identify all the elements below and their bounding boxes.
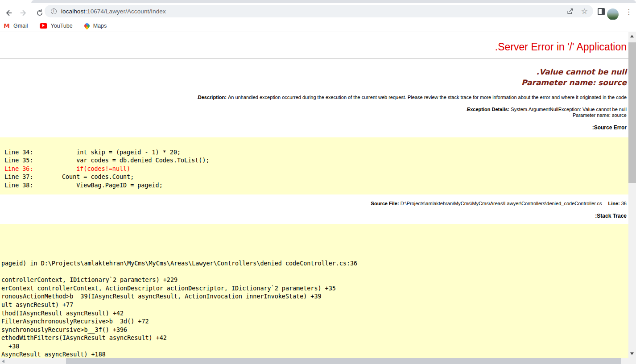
vertical-scrollbar[interactable]	[628, 32, 636, 358]
side-panel-button[interactable]	[598, 8, 605, 15]
stack-line: +38	[1, 343, 628, 351]
description-text: An unhandled exception occurred during t…	[197, 95, 627, 100]
side-panel-icon	[602, 9, 604, 14]
code-line	[4, 140, 628, 149]
url-host: localhost	[61, 8, 85, 15]
stack-line: ult asyncResult) +77	[1, 301, 628, 310]
back-button[interactable]	[4, 8, 13, 18]
line-number: 36	[621, 201, 627, 206]
scrollbar-corner	[628, 358, 636, 364]
stack-line	[1, 235, 628, 243]
forward-button[interactable]	[19, 8, 29, 18]
stack-line	[1, 268, 628, 277]
error-page: Server Error in '/' Application. Value c…	[0, 32, 628, 358]
tab-strip[interactable]	[31, 0, 636, 3]
browser-window: i localhost:10674/Lawyer/Account/Index ☆…	[0, 0, 636, 364]
bookmark-star-icon[interactable]: ☆	[581, 8, 588, 15]
code-line: Line 38: ViewBag.PageID = pageid;	[4, 182, 628, 190]
source-error-code-block: Line 34: int skip = (pageid - 1) * 20; L…	[0, 137, 628, 194]
source-error-heading: Source Error:	[0, 124, 628, 131]
bookmark-maps[interactable]: Maps	[84, 23, 107, 29]
reload-button[interactable]	[35, 8, 45, 18]
stack-line: thod(IAsyncResult asyncResult) +42	[1, 310, 628, 318]
share-icon	[566, 8, 574, 15]
reload-icon	[36, 9, 44, 17]
error-page-title: Server Error in '/' Application.	[0, 41, 628, 53]
maps-pin-icon	[83, 22, 91, 29]
scroll-down-arrow-icon[interactable]	[630, 352, 634, 355]
bookmark-label: YouTube	[51, 23, 73, 29]
stack-line	[1, 227, 628, 235]
address-bar[interactable]: i localhost:10674/Lawyer/Account/Index ☆	[45, 5, 593, 17]
horizontal-scrollbar-thumb[interactable]	[66, 358, 621, 364]
error-message-line1: Value cannot be null.	[0, 66, 627, 77]
line-label: Line:	[608, 201, 621, 206]
stack-line: ethodWithFilters(IAsyncResult asyncResul…	[1, 334, 628, 343]
description-label: Description:	[198, 95, 228, 100]
exception-details-line1: Exception Details: System.ArgumentNullEx…	[0, 107, 627, 112]
url-text[interactable]: localhost:10674/Lawyer/Account/Index	[61, 8, 166, 15]
share-button[interactable]	[566, 8, 574, 15]
error-message: Value cannot be null. Parameter name: so…	[0, 66, 628, 88]
source-file-path: D:\Projects\amlaktehran\MyCms\MyCms\Area…	[401, 201, 602, 206]
stack-line: synchronouslyRecursive>b__3f() +396	[1, 326, 628, 335]
stack-line	[1, 251, 628, 260]
source-file-label: Source File:	[371, 201, 401, 206]
bookmarks-bar: M Gmail YouTube Maps	[0, 20, 636, 32]
source-file-line: Source File: D:\Projects\amlaktehran\MyC…	[0, 201, 628, 207]
vertical-scrollbar-thumb[interactable]	[628, 42, 636, 183]
site-info-icon[interactable]: i	[51, 8, 57, 14]
exception-details-line2: Parameter name: source	[0, 112, 627, 118]
youtube-icon	[40, 23, 47, 29]
stack-trace-heading: Stack Trace:	[0, 213, 628, 219]
bookmark-youtube[interactable]: YouTube	[40, 23, 73, 29]
url-path: :10674/Lawyer/Account/Index	[85, 8, 166, 15]
stack-line	[1, 243, 628, 252]
stack-line: pageid) in D:\Projects\amlaktehran\MyCms…	[1, 260, 628, 268]
scroll-left-arrow-icon[interactable]	[2, 360, 4, 363]
stack-line: AsyncResult asyncResult) +188	[1, 351, 628, 358]
stack-line: controllerContext, IDictionary`2 paramet…	[1, 276, 628, 285]
exception-details-label: Exception Details:	[467, 107, 511, 112]
stack-trace-block: pageid) in D:\Projects\amlaktehran\MyCms…	[0, 224, 628, 358]
code-line-highlighted: Line 36: if(codes!=null)	[4, 165, 628, 174]
browser-toolbar: i localhost:10674/Lawyer/Account/Index ☆…	[0, 3, 636, 20]
description-paragraph: Description: An unhandled exception occu…	[0, 95, 628, 100]
stack-line: erContext controllerContext, ActionDescr…	[1, 285, 628, 293]
stack-line: ronousActionMethod>b__39(IAsyncResult as…	[1, 293, 628, 301]
divider	[0, 58, 628, 59]
horizontal-scrollbar[interactable]	[0, 358, 628, 364]
browser-menu-button[interactable]: ⋮	[625, 8, 632, 16]
bookmark-gmail[interactable]: M Gmail	[4, 23, 28, 29]
code-line: Line 37: Count = codes.Count;	[4, 173, 628, 182]
stack-line: FilterAsynchronouslyRecursive>b__3d() +7…	[1, 318, 628, 326]
forward-arrow-icon	[20, 9, 28, 17]
back-arrow-icon	[4, 9, 12, 17]
bookmark-label: Maps	[93, 23, 107, 29]
scroll-up-arrow-icon[interactable]	[630, 35, 634, 37]
exception-details-paragraph: Exception Details: System.ArgumentNullEx…	[0, 107, 628, 118]
code-line: Line 34: int skip = (pageid - 1) * 20;	[4, 149, 628, 157]
error-message-line2: Parameter name: source	[0, 77, 627, 88]
bookmark-label: Gmail	[13, 23, 28, 29]
code-line: Line 35: var codes = db.denied_Codes.ToL…	[4, 157, 628, 165]
profile-avatar[interactable]	[607, 8, 619, 20]
gmail-icon: M	[4, 23, 10, 29]
